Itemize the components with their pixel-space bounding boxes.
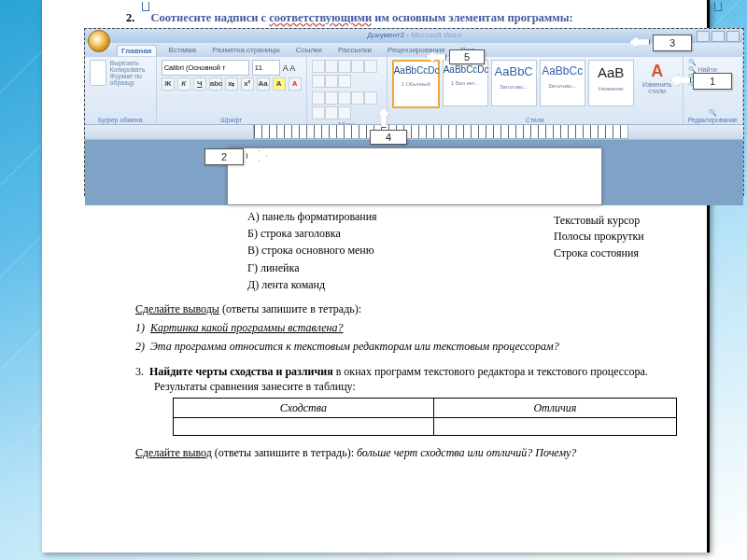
callout-4: 4 — [370, 130, 407, 145]
question-3: 3. Найдите черты сходства и различия в о… — [135, 364, 688, 437]
style-box: AaBbCcЗаголово... — [540, 60, 585, 106]
font-group-label: Шрифт — [162, 117, 302, 123]
th-similarities: Сходства — [174, 398, 434, 417]
question-2: 2. Соотнесите надписи с соответствующими… — [126, 11, 698, 25]
clipboard-group-label: Буфер обмена — [90, 117, 151, 123]
tab-layout: Разметка страницы — [208, 45, 284, 55]
side-note: Текстовый курсор Полосы прокрутки Строка… — [554, 213, 644, 261]
tab-mail: Рассылки — [334, 45, 375, 55]
marker-left — [142, 2, 149, 11]
change-styles: AИзменить стили — [637, 60, 678, 117]
style-box: AaBНазвание — [588, 60, 634, 106]
document-area — [85, 140, 743, 205]
style-box: AaBbCЗаголово... — [491, 60, 537, 106]
q3-line2: Результаты сравнения занесите в таблицу: — [135, 379, 688, 394]
arrow-left-icon — [426, 51, 446, 63]
app-name: Microsoft Word — [411, 31, 461, 39]
concl-q2-num: 2) — [135, 340, 145, 353]
conclusion-heading: Сделайте выводы — [135, 302, 219, 315]
q2-number: 2. — [126, 11, 134, 24]
arrow-left-icon — [629, 36, 650, 48]
cell-empty — [433, 418, 676, 436]
style-box: AaBbCcDc1 Без инт... — [443, 60, 488, 106]
q3-rest: в окнах программ текстового редактора и … — [333, 365, 648, 378]
arrow-right-icon — [247, 150, 267, 161]
font-size-combo — [252, 60, 280, 76]
final-conclusion: Сделайте вывод (ответы запишите в тетрад… — [135, 445, 688, 460]
conclusion-block: Сделайте выводы (ответы запишите в тетра… — [135, 301, 688, 355]
arrow-up-icon — [378, 107, 389, 128]
ruler-icon — [253, 124, 628, 139]
side-l1: Текстовый курсор — [554, 213, 644, 229]
group-paragraph: Абзац — [307, 57, 388, 124]
doc-name: Документ2 - — [367, 31, 411, 39]
group-font: A A ЖКЧabcx₂x²Aa AA Шрифт — [157, 57, 307, 124]
callout-3: 3 — [653, 35, 692, 51]
comparison-table: СходстваОтличия — [173, 398, 677, 436]
editing-group-label: Редактирование — [688, 109, 738, 123]
format-painter-label: Формат по образцу — [110, 73, 151, 86]
side-l3: Строка состояния — [554, 245, 644, 261]
final-c: больше черт сходства или отличий? Почему… — [357, 446, 576, 459]
cell-empty — [174, 418, 434, 436]
q2-text-b: им основным элементам программы: — [372, 11, 573, 24]
ribbon: Вырезать Копировать Формат по образцу Бу… — [85, 57, 743, 125]
q2-text-a: Соотнесите надписи с — [151, 11, 270, 24]
styles-group-label: Стили — [392, 117, 678, 123]
q2-wavy: соответствующими — [269, 11, 372, 24]
office-button-icon — [88, 30, 110, 52]
concl-q1-num: 1) — [135, 321, 145, 334]
style-box: AaBbCcDc1 Обычный — [392, 60, 440, 108]
tab-insert: Вставка — [165, 45, 201, 55]
group-editing: Найти Заменить Выделить Редактирование — [684, 57, 743, 124]
conclusion-note: (ответы запишите в тетрадь): — [219, 302, 361, 315]
callout-1: 1 — [693, 73, 732, 90]
th-differences: Отличия — [433, 398, 676, 417]
option-d: Д) лента команд — [247, 277, 688, 292]
window-title: Документ2 - Microsoft Word — [367, 31, 461, 39]
q3-number: 3. — [135, 365, 144, 378]
callout-2: 2 — [204, 148, 244, 165]
tab-refs: Ссылки — [292, 45, 326, 55]
group-clipboard: Вырезать Копировать Формат по образцу Бу… — [85, 57, 157, 124]
side-l2: Полосы прокрутки — [554, 229, 644, 245]
marker-right — [714, 2, 722, 11]
font-name-combo — [162, 60, 249, 76]
concl-q2: Эта программа относится к текстовым реда… — [150, 340, 559, 353]
cut-label: Вырезать — [110, 60, 151, 66]
q3-bold: Найдите черты сходства и различия — [149, 365, 333, 378]
window-controls — [697, 31, 740, 42]
paste-icon — [90, 60, 106, 86]
group-styles: AaBbCcDc1 Обычный AaBbCcDc1 Без инт... A… — [388, 57, 684, 124]
option-g: Г) линейка — [247, 260, 688, 275]
arrow-left-icon — [670, 75, 691, 86]
page — [227, 147, 602, 205]
word-screenshot: Документ2 - Microsoft Word Главная Встав… — [84, 28, 744, 196]
callout-5: 5 — [449, 49, 485, 64]
final-b: (ответы запишите в тетрадь): — [212, 446, 357, 459]
copy-label: Копировать — [110, 66, 151, 73]
tab-home: Главная — [117, 45, 157, 56]
final-a: Сделайте вывод — [135, 446, 212, 459]
concl-q1: Картинка какой программы вставлена? — [150, 321, 344, 334]
